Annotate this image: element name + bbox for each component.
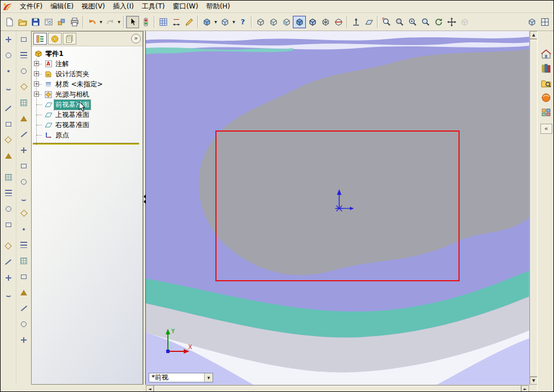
left-tool-14-button[interactable] [2, 255, 15, 268]
expander-icon[interactable]: + [34, 61, 39, 66]
menu-insert[interactable]: 插入(I) [109, 1, 138, 12]
menu-edit[interactable]: 编辑(E) [46, 1, 77, 12]
front-view-button[interactable] [254, 16, 267, 28]
tree-item-front-plane[interactable]: 前视基准面 [32, 99, 142, 110]
left-tool-2-button[interactable] [2, 49, 15, 62]
left-tool-8-button[interactable] [2, 149, 15, 162]
expander-icon[interactable]: + [34, 71, 39, 76]
shaded-edges-view-button[interactable] [306, 16, 319, 28]
four-viewport-button[interactable] [538, 16, 551, 28]
sketch-origin-icon[interactable] [332, 188, 356, 214]
scroll-up-button[interactable]: ▲ [530, 31, 538, 39]
left-tool-3-button[interactable] [2, 64, 15, 77]
shaded-view-button[interactable] [293, 16, 306, 28]
single-viewport-button[interactable] [525, 16, 538, 28]
feature-tool-19-button[interactable] [17, 317, 31, 330]
feature-tool-18-button[interactable] [17, 302, 31, 315]
left-tool-12-button[interactable] [2, 218, 15, 231]
zoom-in-out-button[interactable] [406, 16, 419, 28]
display-style-button[interactable] [218, 16, 231, 28]
feature-tool-11-button[interactable] [17, 191, 31, 204]
feature-tool-8-button[interactable] [17, 143, 31, 156]
feature-tool-10-button[interactable] [17, 175, 31, 188]
section-view-button[interactable] [332, 16, 345, 28]
graphics-viewport[interactable]: Y X *前视 ▼ [146, 31, 529, 385]
menu-window[interactable]: 窗口(W) [168, 1, 202, 12]
search-button[interactable] [539, 91, 553, 104]
left-tool-9-button[interactable] [2, 171, 15, 184]
feature-tool-16-button[interactable] [17, 270, 31, 283]
feature-tool-17-button[interactable] [17, 286, 31, 299]
left-tool-7-button[interactable] [2, 133, 15, 146]
tree-item-lights-cameras[interactable]: + 光源与相机 [32, 89, 142, 99]
zoom-area-button[interactable] [393, 16, 406, 28]
left-view-button[interactable] [280, 16, 293, 28]
view-orientation-combo[interactable]: *前视 ▼ [149, 373, 213, 382]
view-orientation-dropdown-button[interactable]: ▼ [213, 20, 218, 24]
menu-file[interactable]: 文件(F) [16, 1, 46, 12]
rollback-bar[interactable] [33, 143, 139, 145]
left-tool-4-button[interactable] [2, 80, 15, 93]
view-palette-button[interactable] [539, 106, 553, 119]
feature-tool-13-button[interactable] [17, 223, 31, 236]
tree-item-material[interactable]: + 材质 <未指定> [32, 79, 142, 89]
left-tool-11-button[interactable] [2, 202, 15, 215]
feature-tool-15-button[interactable] [17, 254, 31, 267]
combo-dropdown-button[interactable]: ▼ [204, 373, 213, 382]
left-tool-10-button[interactable] [2, 186, 15, 199]
left-tool-6-button[interactable] [2, 117, 15, 130]
3d-drawing-view-button[interactable] [362, 16, 375, 28]
pan-button[interactable] [445, 16, 458, 28]
tab-property-manager[interactable] [48, 33, 62, 45]
solidworks-resources-button[interactable] [539, 47, 553, 60]
feature-tool-9-button[interactable] [17, 159, 31, 172]
left-tool-15-button[interactable] [2, 271, 15, 284]
save-button[interactable] [29, 16, 42, 28]
tree-item-annotations[interactable]: + A 注解 [32, 59, 142, 69]
menu-tools[interactable]: 工具(T) [138, 1, 169, 12]
vertical-scrollbar[interactable]: ▲ ▼ [529, 31, 537, 385]
zoom-fit-button[interactable] [380, 16, 393, 28]
new-document-button[interactable] [3, 16, 16, 28]
menu-view[interactable]: 视图(V) [77, 1, 109, 12]
make-assembly-button[interactable] [55, 16, 68, 28]
undo-dropdown-button[interactable]: ▼ [98, 20, 103, 24]
back-view-button[interactable] [267, 16, 280, 28]
feature-tool-1-button[interactable] [17, 33, 31, 46]
help-button[interactable]: ? [236, 16, 249, 28]
dimension-button[interactable] [170, 16, 183, 28]
feature-tool-14-button[interactable] [17, 238, 31, 251]
panel-expand-button[interactable]: » [131, 34, 141, 43]
feature-tool-2-button[interactable] [17, 49, 31, 62]
file-explorer-button[interactable] [539, 76, 553, 90]
task-pane-collapse-button[interactable]: « [540, 124, 552, 134]
expander-icon[interactable]: + [34, 92, 39, 97]
horizontal-scrollbar[interactable]: ◄ ► [146, 385, 529, 392]
tree-item-right-plane[interactable]: 右视基准面 [32, 120, 142, 130]
tree-root-part[interactable]: 零件1 [32, 49, 142, 59]
tab-feature-manager[interactable] [33, 33, 47, 45]
select-button[interactable] [126, 16, 139, 28]
feature-tool-12-button[interactable] [17, 207, 31, 220]
feature-tool-20-button[interactable] [17, 333, 31, 346]
left-tool-5-button[interactable] [2, 102, 15, 115]
print-button[interactable] [68, 16, 81, 28]
menu-help[interactable]: 帮助(H) [202, 1, 234, 12]
feature-tool-6-button[interactable] [17, 112, 31, 125]
modify-sketch-button[interactable] [183, 16, 196, 28]
feature-tool-7-button[interactable] [17, 128, 31, 141]
sketch-button[interactable] [157, 16, 170, 28]
normal-to-button[interactable] [349, 16, 362, 28]
zoom-selected-button[interactable] [419, 16, 432, 28]
horizontal-scroll-thumb[interactable] [154, 385, 521, 392]
design-library-button[interactable] [539, 62, 553, 75]
vertical-scroll-thumb[interactable] [530, 39, 538, 377]
tab-configuration-manager[interactable] [63, 33, 76, 45]
scroll-right-button[interactable]: ► [521, 385, 529, 392]
feature-tool-3-button[interactable] [17, 64, 31, 77]
display-style-dropdown-button[interactable]: ▼ [231, 20, 236, 24]
redo-button[interactable] [103, 16, 116, 28]
view-orientation-button[interactable] [200, 16, 213, 28]
tree-item-design-binder[interactable]: + 设计活页夹 [32, 69, 142, 79]
tree-item-origin[interactable]: 原点 [32, 130, 142, 140]
